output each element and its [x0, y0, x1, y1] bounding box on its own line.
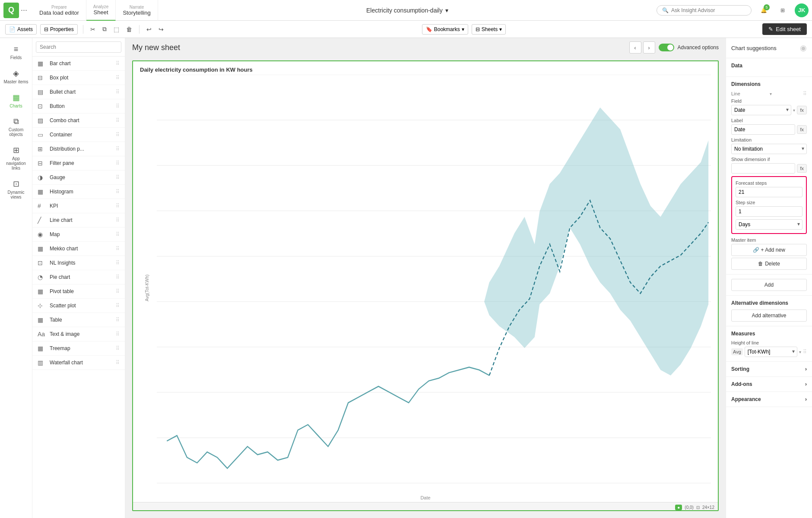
nav-right: 🔍 🔔 5 ⊞ JK	[657, 3, 809, 17]
chart-item-table[interactable]: ▦ Table ⠿	[32, 313, 125, 327]
chart-item-line-chart[interactable]: ╱ Line chart ⠿	[32, 213, 125, 227]
chart-item-text-image[interactable]: Aa Text & image ⠿	[32, 327, 125, 341]
addons-section[interactable]: Add-ons ›	[726, 377, 812, 392]
measure-select[interactable]: [Tot-KWh]	[745, 347, 797, 357]
toggle-switch[interactable]	[659, 44, 674, 51]
copy-btn[interactable]: ⧉	[101, 24, 108, 35]
charts-search-input[interactable]	[36, 41, 121, 53]
assets-btn[interactable]: 📄 Assets	[5, 24, 37, 35]
charts-search-area	[32, 38, 125, 57]
show-dim-label: Show dimension if	[731, 157, 807, 162]
step-unit-select[interactable]: DaysHoursWeeksMonthsYears	[736, 219, 802, 230]
delete-btn[interactable]: 🗑 Delete	[731, 258, 807, 270]
sidebar-item-app-nav[interactable]: ⊞ App navigation links	[1, 142, 31, 174]
chart-item-bar-chart[interactable]: ▦ Bar chart ⠿	[32, 57, 125, 71]
qlik-logo[interactable]: Q	[3, 3, 19, 18]
chart-item-box-plot[interactable]: ⊟ Box plot ⠿	[32, 71, 125, 85]
undo-btn[interactable]: ↩	[145, 24, 153, 35]
sidebar-item-fields[interactable]: ≡ Fields	[1, 41, 31, 63]
chart-icon-filter-pane: ⊟	[38, 160, 46, 167]
field-select[interactable]: Date	[731, 105, 791, 115]
show-dim-fx-btn[interactable]: fx	[797, 164, 807, 173]
chart-icon-button: ⊡	[38, 103, 46, 110]
chart-item-treemap[interactable]: ▦ Treemap ⠿	[32, 341, 125, 356]
redo-btn[interactable]: ↪	[157, 24, 165, 35]
chart-item-map[interactable]: ◉ Map ⠿	[32, 227, 125, 242]
nav-narrate[interactable]: Narrate Storytelling	[116, 0, 158, 21]
label-input[interactable]	[731, 124, 795, 135]
canvas-area: My new sheet ‹ › Advanced options Daily …	[125, 38, 726, 518]
chart-item-button[interactable]: ⊡ Button ⠿	[32, 99, 125, 114]
nav-center: Electricity consumption-daily ▾	[158, 7, 657, 14]
chart-label-scatter-plot: Scatter plot	[50, 303, 112, 309]
add-new-btn[interactable]: 🔗 + Add new	[731, 244, 807, 256]
step-unit-select-wrap: DaysHoursWeeksMonthsYears	[736, 219, 802, 230]
search-input[interactable]	[671, 7, 740, 13]
fields-icon: ≡	[14, 45, 19, 54]
chart-item-distribution-p[interactable]: ⊞ Distribution p... ⠿	[32, 142, 125, 156]
chart-item-combo-chart[interactable]: ▨ Combo chart ⠿	[32, 114, 125, 128]
search-icon: 🔍	[662, 7, 669, 13]
label-fx-btn[interactable]: fx	[797, 125, 807, 134]
chart-item-pivot-table[interactable]: ▦ Pivot table ⠿	[32, 284, 125, 299]
chart-item-filter-pane[interactable]: ⊟ Filter pane ⠿	[32, 156, 125, 171]
chart-item-scatter-plot[interactable]: ⊹ Scatter plot ⠿	[32, 299, 125, 313]
sidebar-item-custom-objects[interactable]: ⧉ Custom objects	[1, 114, 31, 140]
sidebar-item-dynamic-views[interactable]: ⊡ Dynamic views	[1, 176, 31, 203]
delete-btn[interactable]: 🗑	[124, 24, 134, 35]
chart-item-container[interactable]: ▭ Container ⠿	[32, 128, 125, 142]
add-dimension-btn[interactable]: Add	[731, 279, 807, 291]
chart-item-pie-chart[interactable]: ◔ Pie chart ⠿	[32, 270, 125, 284]
data-label: Data	[731, 63, 807, 69]
nav-analyze[interactable]: Analyze Sheet	[86, 0, 116, 21]
chart-item-nl-insights[interactable]: ⊡ NL Insights ⠿	[32, 256, 125, 270]
chart-box: Daily electricity consumption in KW hour…	[132, 60, 719, 511]
prop-header: Chart suggestions ◉	[726, 38, 812, 58]
insight-advisor-search[interactable]: 🔍	[657, 5, 752, 16]
bookmarks-btn[interactable]: 🔖 Bookmarks ▾	[422, 24, 468, 35]
chart-item-waterfall-chart[interactable]: ▥ Waterfall chart ⠿	[32, 356, 125, 370]
chart-item-kpi[interactable]: # KPI ⠿	[32, 199, 125, 213]
edit-sheet-btn[interactable]: ✎ Edit sheet	[762, 23, 807, 35]
status-badge: ●	[675, 505, 682, 510]
chart-item-gauge[interactable]: ◑ Gauge ⠿	[32, 171, 125, 185]
paste-btn[interactable]: ⬚	[112, 24, 121, 35]
chart-suggestions-toggle[interactable]: ◉	[800, 43, 807, 53]
nav-prepare[interactable]: Prepare Data load editor	[32, 0, 86, 21]
next-btn[interactable]: ›	[643, 41, 655, 54]
chart-title: Daily electricity consumption in KW hour…	[133, 61, 718, 75]
chart-icon-gauge: ◑	[38, 174, 46, 181]
line-collapse-arrow[interactable]: ▾	[770, 92, 772, 96]
step-size-input[interactable]	[736, 206, 802, 217]
forecast-label: Forecast steps	[736, 180, 802, 186]
nav-more-btn[interactable]: ···	[21, 6, 27, 15]
drag-handle-map: ⠿	[116, 231, 120, 237]
forecast-input[interactable]	[736, 187, 802, 197]
chart-label-treemap: Treemap	[50, 345, 112, 351]
field-fx-btn[interactable]: fx	[797, 106, 807, 114]
advanced-options-toggle[interactable]: Advanced options	[659, 44, 719, 51]
chart-item-bullet-chart[interactable]: ▤ Bullet chart ⠿	[32, 85, 125, 99]
app-title[interactable]: Electricity consumption-daily ▾	[366, 7, 448, 14]
chart-item-histogram[interactable]: ▦ Histogram ⠿	[32, 185, 125, 199]
sheets-btn[interactable]: ⊟ Sheets ▾	[472, 24, 506, 35]
prev-btn[interactable]: ‹	[629, 41, 641, 54]
sorting-section[interactable]: Sorting ›	[726, 362, 812, 377]
prop-data-section: Data	[726, 58, 812, 77]
notifications-btn[interactable]: 🔔 5	[757, 3, 771, 17]
sidebar-item-master-items[interactable]: ◈ Master items	[1, 65, 31, 88]
custom-objects-icon: ⧉	[13, 117, 19, 126]
drag-handle-combo-chart: ⠿	[116, 117, 120, 123]
add-alt-btn[interactable]: Add alternative	[731, 310, 807, 322]
grid-btn[interactable]: ⊞	[776, 3, 790, 17]
limitation-select[interactable]: No limitationFixed numberExact valueRela…	[731, 144, 807, 154]
chart-item-mekko-chart[interactable]: ▦ Mekko chart ⠿	[32, 242, 125, 256]
cut-btn[interactable]: ✂	[89, 24, 97, 35]
avatar[interactable]: JK	[795, 3, 809, 17]
show-dim-input[interactable]	[731, 163, 795, 174]
field-select-wrap: Date	[731, 105, 791, 115]
appearance-section[interactable]: Appearance ›	[726, 392, 812, 407]
sidebar-item-charts[interactable]: ▦ Charts	[1, 89, 31, 112]
drag-handle-treemap: ⠿	[116, 345, 120, 351]
properties-btn[interactable]: ⊟ Properties	[40, 24, 78, 35]
